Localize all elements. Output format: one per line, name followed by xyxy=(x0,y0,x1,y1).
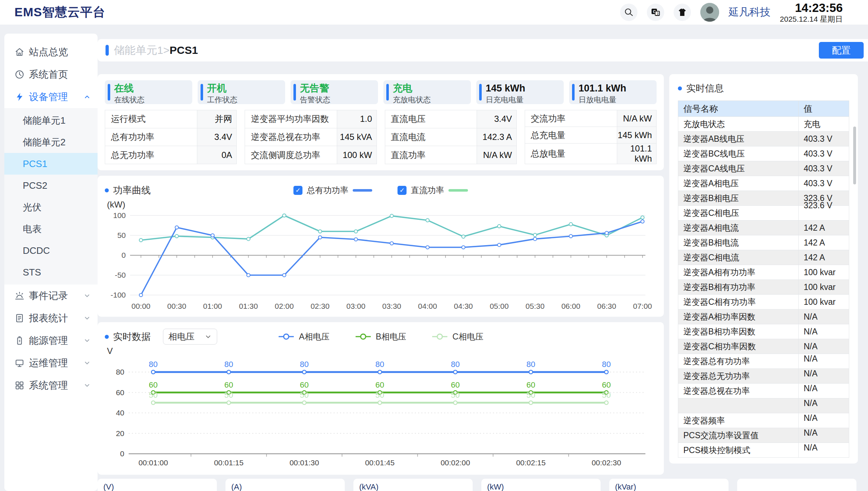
current-time: 14:23:56 xyxy=(780,1,843,15)
company-name[interactable]: 延凡科技 xyxy=(729,5,770,20)
sidebar-item-ops-management[interactable]: 运维管理 xyxy=(4,352,98,374)
signal-table: 信号名称 值 充放电状态充电逆变器AB线电压403.3 V逆变器BC线电压403… xyxy=(678,101,849,458)
svg-text:80: 80 xyxy=(375,360,384,369)
svg-text:80: 80 xyxy=(300,360,309,369)
sidebar-item-储能单元2[interactable]: 储能单元2 xyxy=(4,131,98,153)
status-card-2: 无告警告警状态 xyxy=(291,80,378,104)
breadcrumb-parent[interactable]: 储能单元1> xyxy=(114,43,169,58)
metrics-row: 总有功功率3.4V xyxy=(105,128,237,146)
signal-row: 逆变器C相电流142 A xyxy=(678,250,849,265)
checkbox-checked-icon[interactable]: ✓ xyxy=(398,186,407,195)
power-line-chart[interactable]: 100500-50-10000:0000:3001:0001:3002:0002… xyxy=(105,210,657,315)
line-marker-icon xyxy=(278,333,295,340)
signal-row: 逆变器B相有功功率100 kvar xyxy=(678,280,849,295)
signal-row: 逆变器总有功功率N/A xyxy=(678,354,849,369)
sidebar-item-sts[interactable]: STS xyxy=(4,261,98,283)
svg-text:80: 80 xyxy=(451,360,460,369)
sidebar-item-储能单元1[interactable]: 储能单元1 xyxy=(4,110,98,131)
realtime-line-chart[interactable]: 02040608000:01:0000:01:1500:01:3000:01:4… xyxy=(105,356,657,473)
line-swatch-blue xyxy=(353,189,372,192)
sidebar-item-pcs1[interactable]: PCS1 xyxy=(4,153,98,175)
sidebar-item-energy-management[interactable]: 能源管理 xyxy=(4,329,98,352)
search-icon xyxy=(624,8,633,17)
status-card-1: 开机工作状态 xyxy=(198,80,285,104)
status-card-5: 101.1 kWh日放电电量 xyxy=(569,80,657,104)
svg-text:00:00: 00:00 xyxy=(132,302,151,310)
svg-text:60: 60 xyxy=(451,380,460,389)
chevron-down-icon xyxy=(83,314,91,322)
history-icon xyxy=(14,69,25,80)
metric-select[interactable]: 相电压 xyxy=(163,329,217,345)
sidebar-item-site-overview[interactable]: 站点总览 xyxy=(4,41,98,63)
metrics-column-2: 直流电压3.4V直流电流142.3 A直流功率N/A kW xyxy=(385,110,517,164)
gauge-card-(kW): (kW)120 xyxy=(481,479,601,491)
signal-row: 逆变器CA线电压403.3 V xyxy=(678,161,849,176)
metrics-row: 总无功功率0A xyxy=(105,146,237,164)
system-icon xyxy=(14,380,25,390)
col-signal-name: 信号名称 xyxy=(678,101,799,117)
chevron-up-icon xyxy=(83,93,91,101)
checkbox-checked-icon[interactable]: ✓ xyxy=(293,186,302,195)
avatar[interactable] xyxy=(700,3,719,22)
signal-row: 逆变器C相有功功率100 kvar xyxy=(678,295,849,309)
legend-item-phase-c[interactable]: C相电压 xyxy=(431,331,484,342)
metrics-row: 总充电量145 kWh xyxy=(525,127,656,144)
section-dot-icon xyxy=(105,335,109,339)
topbar: EMS智慧云平台 G 文 xyxy=(0,0,868,25)
gauge-title: (kVA) xyxy=(359,482,378,491)
chevron-down-icon xyxy=(83,359,91,367)
status-cards: 在线在线状态开机工作状态无告警告警状态充电充放电状态145 kWh日充电电量10… xyxy=(105,80,657,104)
svg-text:40: 40 xyxy=(116,409,124,417)
signal-row: 充放电状态充电 xyxy=(678,117,849,132)
config-button[interactable]: 配置 xyxy=(819,42,864,59)
svg-text:04:30: 04:30 xyxy=(454,302,473,310)
current-date: 2025.12.14 星期日 xyxy=(780,15,843,24)
sidebar-item-pcs2[interactable]: PCS2 xyxy=(4,175,98,196)
app-logo: EMS智慧云平台 xyxy=(14,4,106,21)
svg-text:60: 60 xyxy=(149,380,158,389)
svg-text:00:01:30: 00:01:30 xyxy=(289,458,319,467)
bottom-gauge-cards: (V)400380.1381.2381.4(A)11010060.660.660… xyxy=(98,479,664,491)
realtime-y-unit: V xyxy=(107,346,657,356)
translate-button[interactable]: G 文 xyxy=(647,4,664,21)
alarm-icon xyxy=(14,291,25,301)
svg-text:50: 50 xyxy=(149,390,158,400)
signal-row: 逆变器A相有功功率100 kvar xyxy=(678,265,849,280)
svg-text:02:30: 02:30 xyxy=(310,302,330,310)
metrics-row: 运行模式并网 xyxy=(105,110,237,128)
svg-text:60: 60 xyxy=(527,380,535,389)
svg-text:50: 50 xyxy=(300,390,309,400)
realtime-info-title: 实时信息 xyxy=(678,82,849,95)
theme-button[interactable] xyxy=(674,4,691,21)
svg-text:80: 80 xyxy=(527,360,535,369)
svg-text:80: 80 xyxy=(224,360,233,369)
legend-item-dc-power[interactable]: ✓ 直流功率 xyxy=(398,185,468,196)
legend-item-active-power[interactable]: ✓ 总有功功率 xyxy=(293,185,372,196)
signal-row: PCS交流功率设置值N/A xyxy=(678,428,849,443)
legend-item-phase-b[interactable]: B相电压 xyxy=(355,331,406,342)
gauge-card-(kVar): (kVar)10.9 xyxy=(609,479,729,491)
svg-text:50: 50 xyxy=(375,390,384,400)
svg-text:05:00: 05:00 xyxy=(490,302,509,310)
sidebar-item-report-stats[interactable]: 报表统计 xyxy=(4,307,98,329)
sidebar-item-event-log[interactable]: 事件记录 xyxy=(4,285,98,307)
sidebar-item-system-management[interactable]: 系统管理 xyxy=(4,374,98,397)
scrollbar-thumb[interactable] xyxy=(853,127,856,184)
svg-text:60: 60 xyxy=(300,380,309,389)
signal-row: 逆变器A相电流142 A xyxy=(678,221,849,235)
svg-text:60: 60 xyxy=(224,380,233,389)
gauge-card-5: 4001 xyxy=(737,479,856,491)
sidebar-item-电表[interactable]: 电表 xyxy=(4,218,98,240)
sidebar-item-dcdc[interactable]: DCDC xyxy=(4,240,98,261)
sidebar-item-光伏[interactable]: 光伏 xyxy=(4,196,98,218)
search-button[interactable] xyxy=(620,4,637,21)
sidebar-item-device-management[interactable]: 设备管理 xyxy=(4,86,98,108)
signal-row: 逆变器C相电压323.6 V xyxy=(678,206,849,221)
svg-text:00:02:00: 00:02:00 xyxy=(441,458,470,467)
gauge-card-(V): (V)400380.1381.2381.4 xyxy=(98,479,217,491)
legend-item-phase-a[interactable]: A相电压 xyxy=(278,331,329,342)
line-swatch-green xyxy=(448,189,468,192)
signal-row: 逆变器总无功功率N/A xyxy=(678,369,849,384)
metrics-row: 交流功率N/A kW xyxy=(525,110,656,127)
sidebar-item-system-home[interactable]: 系统首页 xyxy=(4,63,98,86)
